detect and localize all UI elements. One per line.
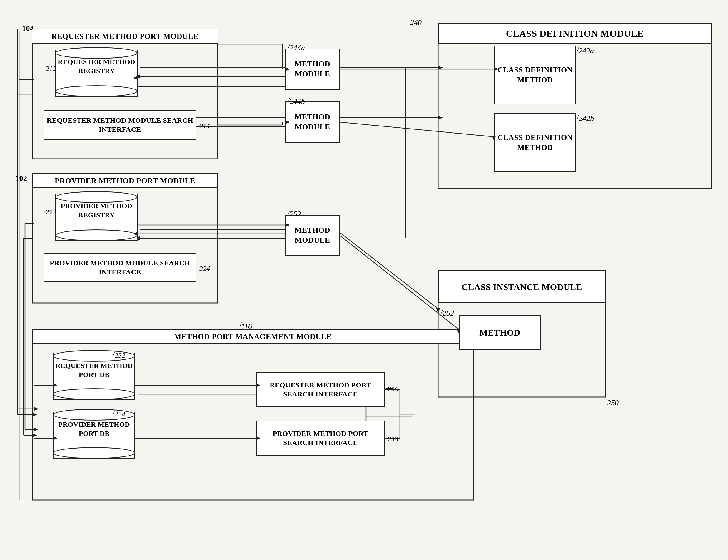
requester-method-port-module-box: REQUESTER METHOD PORT MODULE bbox=[32, 29, 218, 44]
provider-method-port-search-interface-box: PROVIDER METHOD PORT SEARCH INTERFACE bbox=[256, 421, 385, 456]
class-definition-method-242b-box: CLASS DEFINITION METHOD bbox=[494, 113, 576, 172]
svg-marker-26 bbox=[32, 413, 37, 416]
class-definition-method-242a-label: CLASS DEFINITION METHOD bbox=[495, 65, 575, 85]
svg-marker-16 bbox=[438, 116, 442, 119]
requester-method-port-search-interface-label: REQUESTER METHOD PORT SEARCH INTERFACE bbox=[257, 381, 384, 399]
ref-250: 250 bbox=[607, 399, 619, 407]
svg-marker-68 bbox=[34, 428, 38, 431]
ref-244a: 244a bbox=[290, 44, 305, 52]
ref-244b: 244b bbox=[290, 97, 305, 106]
svg-marker-10 bbox=[438, 66, 442, 69]
class-instance-module-label: CLASS INSTANCE MODULE bbox=[461, 281, 582, 293]
svg-marker-22 bbox=[436, 308, 440, 313]
requester-method-registry-label: REQUESTER METHOD REGISTRY bbox=[55, 57, 138, 76]
method-port-management-module-box: METHOD PORT MANAGEMENT MODULE bbox=[32, 329, 473, 344]
ref-242a: 242a bbox=[579, 46, 594, 55]
svg-line-44 bbox=[340, 122, 494, 137]
class-definition-method-242b-label: CLASS DEFINITION METHOD bbox=[495, 133, 575, 153]
requester-method-module-search-interface-box: REQUESTER METHOD MODULE SEARCH INTERFACE bbox=[44, 110, 196, 140]
provider-method-module-search-interface-label: PROVIDER METHOD MODULE SEARCH INTERFACE bbox=[44, 259, 196, 277]
method-module-252-box: METHOD MODULE bbox=[285, 215, 340, 256]
provider-method-module-search-interface-box: PROVIDER METHOD MODULE SEARCH INTERFACE bbox=[44, 253, 196, 282]
ref-234: 234 bbox=[115, 410, 125, 418]
method-port-management-module-label: METHOD PORT MANAGEMENT MODULE bbox=[174, 332, 332, 342]
provider-method-port-search-interface-label: PROVIDER METHOD PORT SEARCH INTERFACE bbox=[257, 429, 384, 447]
provider-method-port-module-label: PROVIDER METHOD PORT MODULE bbox=[55, 176, 195, 186]
method-module-244b-box: METHOD MODULE bbox=[285, 101, 340, 143]
provider-method-registry-label: PROVIDER METHOD REGISTRY bbox=[55, 201, 138, 220]
provider-method-port-module-box: PROVIDER METHOD PORT MODULE bbox=[32, 174, 218, 188]
requester-method-port-search-interface-box: REQUESTER METHOD PORT SEARCH INTERFACE bbox=[256, 372, 385, 407]
ref-116: 116 bbox=[241, 322, 252, 331]
requester-method-port-module-label: REQUESTER METHOD PORT MODULE bbox=[51, 31, 199, 41]
method-module-252-label: METHOD MODULE bbox=[286, 225, 339, 245]
ref-252-method-module: 252 bbox=[290, 210, 301, 219]
class-definition-method-242a-box: CLASS DEFINITION METHOD bbox=[494, 46, 576, 104]
svg-marker-30 bbox=[32, 434, 37, 437]
method-module-244a-label: METHOD MODULE bbox=[286, 59, 339, 79]
svg-marker-64 bbox=[34, 407, 38, 411]
ref-240: 240 bbox=[410, 18, 421, 27]
ref-252-class-instance: 252 bbox=[442, 309, 454, 318]
provider-method-port-db-label: PROVIDER METHOD PORT DB bbox=[53, 420, 135, 438]
method-module-244a-box: METHOD MODULE bbox=[285, 49, 340, 90]
class-instance-module-title: CLASS INSTANCE MODULE bbox=[438, 271, 606, 303]
method-250-label: METHOD bbox=[479, 327, 520, 338]
method-module-244b-label: METHOD MODULE bbox=[286, 112, 339, 132]
method-250-box: METHOD bbox=[459, 315, 541, 350]
ref-232: 232 bbox=[115, 351, 125, 359]
requester-method-port-db-label: REQUESTER METHOD PORT DB bbox=[53, 361, 135, 379]
class-definition-module-title: CLASS DEFINITION MODULE bbox=[438, 24, 712, 44]
ref-242b: 242b bbox=[579, 114, 594, 123]
requester-method-module-search-interface-label: REQUESTER METHOD MODULE SEARCH INTERFACE bbox=[44, 116, 196, 134]
svg-line-21 bbox=[340, 232, 438, 309]
class-definition-module-label: CLASS DEFINITION MODULE bbox=[506, 28, 644, 40]
